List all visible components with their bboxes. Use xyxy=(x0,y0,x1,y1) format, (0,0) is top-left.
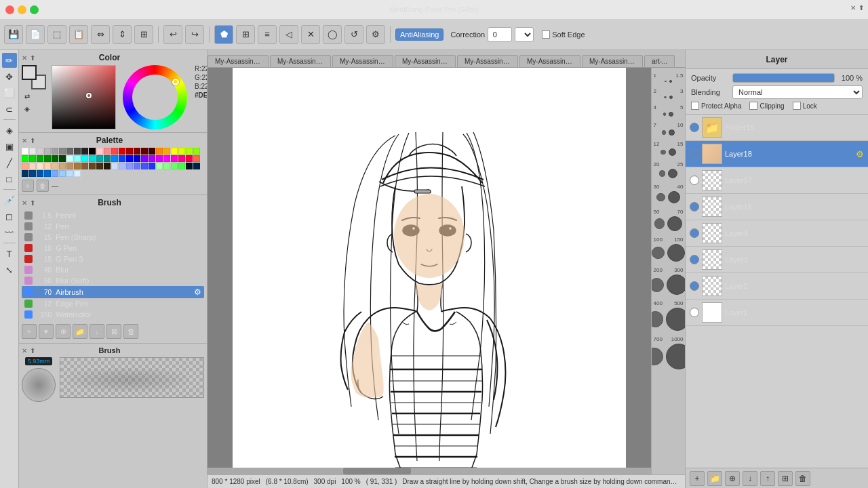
palette-color-cell[interactable] xyxy=(37,170,43,177)
palette-color-cell[interactable] xyxy=(163,148,170,155)
brush-close-button[interactable]: ✕ xyxy=(22,199,27,207)
palette-color-cell[interactable] xyxy=(156,163,163,169)
tab-item[interactable]: My-Assassin-... xyxy=(332,55,393,67)
palette-close-button[interactable]: ✕ xyxy=(22,137,27,144)
transform-tool[interactable]: ⤡ xyxy=(2,262,17,277)
brush-menu-button[interactable]: ▾ xyxy=(39,324,54,339)
palette-color-cell[interactable] xyxy=(29,170,36,177)
horizontal-scrollbar[interactable] xyxy=(208,468,651,474)
palette-color-cell[interactable] xyxy=(59,155,66,162)
soft-edge-checkbox[interactable]: Soft Edge xyxy=(542,30,585,39)
palette-color-cell[interactable] xyxy=(81,148,88,155)
palette-color-cell[interactable] xyxy=(193,163,200,169)
palette-color-cell[interactable] xyxy=(74,170,81,177)
shape-tool[interactable]: □ xyxy=(2,171,17,186)
palette-color-cell[interactable] xyxy=(59,163,66,169)
add-brush-button[interactable]: + xyxy=(22,324,37,339)
maximize-button[interactable] xyxy=(30,5,39,14)
palette-color-cell[interactable] xyxy=(96,163,103,169)
tab-item[interactable]: art-... xyxy=(644,55,675,67)
new-folder-button[interactable]: 📁 xyxy=(707,471,722,486)
palette-color-cell[interactable] xyxy=(163,163,170,169)
flip-h-button[interactable]: ⇔ xyxy=(91,25,110,44)
palette-color-cell[interactable] xyxy=(126,163,133,169)
swap-colors-button[interactable]: ⇄ xyxy=(22,91,33,102)
export-brush-button[interactable]: ⊠ xyxy=(106,324,121,339)
layer-item[interactable]: Layer17 xyxy=(686,167,868,194)
palette-color-cell[interactable] xyxy=(178,148,185,155)
color-close-button[interactable]: ✕ xyxy=(22,54,27,62)
palette-color-cell[interactable] xyxy=(89,155,96,162)
palette-color-cell[interactable] xyxy=(104,155,111,162)
palette-color-cell[interactable] xyxy=(89,163,96,169)
layer-visibility-toggle[interactable] xyxy=(690,202,699,211)
brush-list-item[interactable]: 1.5 Pencil xyxy=(22,210,204,221)
selection-tool[interactable]: ⬜ xyxy=(2,85,17,100)
settings-button[interactable]: ⚙ xyxy=(366,25,385,44)
palette-color-cell[interactable] xyxy=(44,163,51,169)
reset-colors-button[interactable]: ◈ xyxy=(22,103,33,114)
eraser-tool[interactable]: ◻ xyxy=(2,209,17,224)
move-up-button[interactable]: ↑ xyxy=(760,471,775,486)
new-layer-button[interactable]: + xyxy=(690,471,705,486)
correction-input[interactable] xyxy=(488,27,512,42)
palette-color-cell[interactable] xyxy=(22,170,28,177)
ruler-size-entry[interactable]: 23 xyxy=(652,86,685,102)
canvas-container[interactable] xyxy=(208,68,651,474)
brush-list-item[interactable]: 15 Pen (Sharp) xyxy=(22,232,204,243)
folder-brush-button[interactable]: 📁 xyxy=(73,324,87,339)
palette-color-cell[interactable] xyxy=(134,155,140,162)
palette-color-cell[interactable] xyxy=(171,148,178,155)
palette-color-cell[interactable] xyxy=(22,148,28,155)
ruler-size-entry[interactable]: 45 xyxy=(652,102,685,120)
brush-tool[interactable]: ✏ xyxy=(2,53,17,68)
brush-list-item[interactable]: 150 Watercolor xyxy=(22,309,204,320)
palette-color-cell[interactable] xyxy=(44,148,51,155)
tab-item[interactable]: My-Assassin-... xyxy=(582,55,643,67)
layer-item[interactable]: 📁 Folder15 xyxy=(686,115,868,141)
layer-visibility-toggle[interactable] xyxy=(690,228,699,238)
layer-item[interactable]: Layer3 xyxy=(686,247,868,273)
layer-settings-icon[interactable]: ⚙ xyxy=(856,149,864,159)
lock-checkbox[interactable]: Lock xyxy=(793,102,817,110)
brightness-indicator[interactable] xyxy=(86,93,92,98)
gradient-tool[interactable]: ▣ xyxy=(2,139,17,154)
palette-color-cell[interactable] xyxy=(66,163,73,169)
palette-color-cell[interactable] xyxy=(119,148,125,155)
undo-button[interactable]: ↩ xyxy=(163,25,182,44)
layer-visibility-toggle[interactable] xyxy=(690,281,699,291)
rotate-button[interactable]: ↺ xyxy=(344,25,363,44)
eyedropper-tool[interactable]: 💉 xyxy=(2,192,17,207)
move-down-button[interactable]: ↓ xyxy=(743,471,757,486)
layer-item[interactable]: Layer18 ⚙ xyxy=(686,141,868,167)
palette-color-cell[interactable] xyxy=(74,163,81,169)
palette-color-cell[interactable] xyxy=(141,155,148,162)
circle-tool-button[interactable]: ◯ xyxy=(323,25,342,44)
move-tool[interactable]: ✥ xyxy=(2,69,17,84)
soft-edge-check[interactable] xyxy=(542,30,550,39)
layer-visibility-toggle[interactable] xyxy=(690,308,699,317)
tab-item[interactable]: My-Assassin-... xyxy=(395,55,456,67)
palette-color-cell[interactable] xyxy=(22,163,28,169)
palette-color-cell[interactable] xyxy=(66,148,73,155)
palette-color-cell[interactable] xyxy=(156,155,163,162)
palette-color-cell[interactable] xyxy=(156,148,163,155)
layer-visibility-toggle[interactable] xyxy=(690,255,699,264)
palette-color-cell[interactable] xyxy=(111,148,118,155)
palette-color-cell[interactable] xyxy=(29,155,36,162)
palette-color-cell[interactable] xyxy=(149,155,155,162)
paste-button[interactable]: 📋 xyxy=(69,25,88,44)
palette-color-cell[interactable] xyxy=(81,163,88,169)
clipping-checkbox[interactable]: Clipping xyxy=(749,102,784,110)
layer-visibility-toggle[interactable] xyxy=(690,149,699,159)
palette-color-cell[interactable] xyxy=(96,155,103,162)
layer-item[interactable]: Layer2 xyxy=(686,273,868,300)
palette-color-cell[interactable] xyxy=(119,155,125,162)
ruler-size-entry[interactable]: 5070 xyxy=(652,207,685,235)
palette-color-cell[interactable] xyxy=(44,170,51,177)
transform-grid-button[interactable]: ⊞ xyxy=(236,25,255,44)
ruler-size-entry[interactable]: 400500 xyxy=(651,298,685,334)
merge-layer-button[interactable]: ⊞ xyxy=(778,471,793,486)
palette-color-cell[interactable] xyxy=(52,155,58,162)
brush-list-item[interactable]: 12 Edge Pen xyxy=(22,298,204,309)
